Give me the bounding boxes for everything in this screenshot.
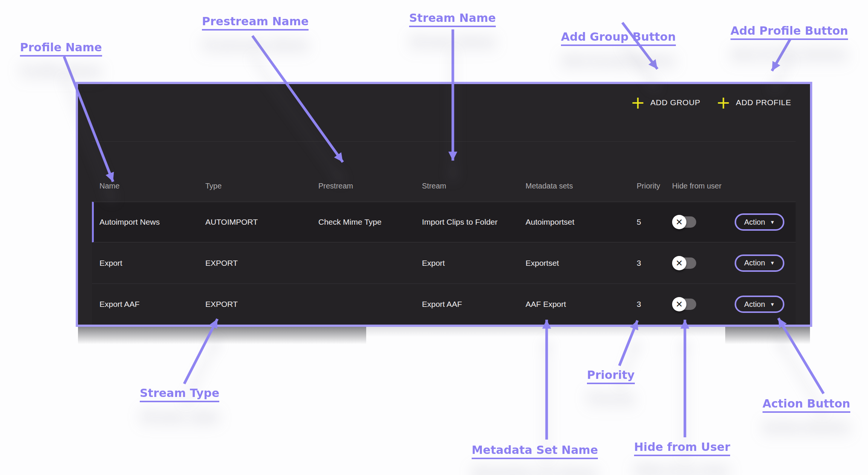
arrow-add-profile xyxy=(772,39,790,71)
label-add-profile-button: Add Profile Button xyxy=(730,24,848,40)
label-priority: Priority xyxy=(587,368,635,384)
label-metadata-set-name: Metadata Set Name xyxy=(472,443,598,459)
arrow-stream-type xyxy=(184,319,217,384)
arrow-prestream-name xyxy=(252,36,343,162)
label-stream-name: Stream Name xyxy=(409,11,496,27)
arrow-action-button xyxy=(778,318,824,394)
label-stream-type: Stream Type xyxy=(140,386,219,402)
annotation-arrows xyxy=(0,0,868,475)
label-hide-from-user: Hide from User xyxy=(634,440,730,456)
label-action-button: Action Button xyxy=(763,397,850,413)
label-add-group-button: Add Group Button xyxy=(561,30,676,46)
arrow-profile-name xyxy=(64,57,113,182)
arrow-priority xyxy=(619,320,637,366)
label-profile-name: Profile Name xyxy=(20,41,102,57)
label-prestream-name: Prestream Name xyxy=(202,15,309,31)
annotated-screenshot: + ADD GROUP + ADD PROFILE Name Type Pres… xyxy=(0,0,868,475)
